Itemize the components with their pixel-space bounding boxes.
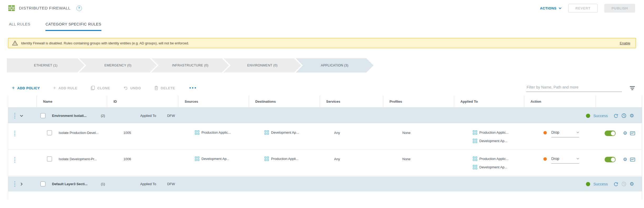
tab-all-rules[interactable]: ALL RULES [9, 22, 30, 31]
rule-settings-gear-icon[interactable]: ⚙ [623, 131, 627, 136]
chevron-down-icon [559, 7, 562, 9]
column-id: ID [107, 96, 178, 107]
category-breadcrumb: ETHERNET (1) EMERGENCY (0) INFRASTRUCTUR… [7, 58, 644, 72]
group-icon [195, 157, 199, 161]
filter-icon[interactable] [630, 85, 635, 91]
applied-to-group[interactable]: Production Applic... [479, 131, 508, 134]
policy-checkbox[interactable] [40, 113, 45, 118]
rule-statistics-icon[interactable] [630, 131, 635, 136]
category-environment[interactable]: ENVIRONMENT (0) [224, 58, 301, 72]
group-icon [195, 130, 199, 135]
firewall-icon [8, 4, 15, 12]
distributed-firewall-page: DISTRIBUTED FIREWALL ? ACTIONS REVERT PU… [0, 0, 644, 208]
rule-services[interactable]: Any [320, 130, 383, 135]
source-group[interactable]: Development Ap... [201, 157, 229, 161]
filter-input[interactable] [526, 84, 622, 92]
identity-firewall-warning-banner: Identity Firewall is disabled. Rules con… [8, 38, 636, 48]
applied-to-group[interactable]: Development Ap... [479, 165, 507, 169]
column-profiles: Profiles [383, 96, 454, 107]
destination-group[interactable]: Development Ap... [271, 131, 299, 134]
expand-chevron-icon[interactable] [19, 182, 24, 186]
policy-applied-to-label: Applied To [140, 114, 156, 118]
rule-services[interactable]: Any [320, 157, 383, 161]
policy-checkbox[interactable] [40, 181, 45, 186]
applied-to-group[interactable]: Production Applic... [479, 157, 508, 161]
more-actions-button[interactable]: ••• [189, 85, 197, 91]
drag-handle-icon[interactable] [14, 181, 15, 187]
clone-icon [91, 86, 95, 90]
rule-checkbox[interactable] [47, 130, 52, 135]
category-ethernet[interactable]: ETHERNET (1) [7, 58, 85, 72]
refresh-icon[interactable] [614, 113, 618, 118]
plus-icon: + [12, 86, 15, 90]
column-sources: Sources [178, 96, 249, 107]
refresh-icon[interactable] [614, 182, 618, 186]
action-select[interactable]: Drop [551, 130, 579, 137]
policy-name: Environment Isolati... [52, 114, 101, 118]
policy-row-environment-isolation: Environment Isolati... (2) Applied To DF… [8, 108, 642, 123]
gear-icon[interactable]: ⚙ [630, 113, 634, 118]
chevron-down-icon [577, 158, 579, 159]
group-icon [473, 157, 477, 161]
rule-settings-gear-icon[interactable]: ⚙ [623, 157, 627, 162]
page-title: DISTRIBUTED FIREWALL [19, 6, 71, 11]
rule-statistics-icon[interactable] [630, 157, 635, 162]
rule-profiles[interactable]: None [383, 157, 454, 161]
rule-row-isolate-development-production: Isolate Development-Pr... 1006 Developme… [8, 149, 642, 176]
category-application[interactable]: APPLICATION (3) [296, 58, 373, 72]
category-infrastructure[interactable]: INFRASTRUCTURE (0) [151, 58, 229, 72]
table-header-row: Name ID Sources Destinations Services Pr… [8, 96, 642, 108]
add-policy-button[interactable]: + ADD POLICY [12, 86, 40, 90]
group-icon [264, 157, 269, 161]
drag-handle-icon[interactable] [14, 131, 15, 136]
rule-id: 1006 [107, 157, 178, 161]
table-footer [8, 191, 642, 200]
column-action: Action [524, 96, 596, 107]
clock-icon[interactable] [621, 113, 626, 118]
destination-group[interactable]: Production Appli... [271, 157, 299, 161]
group-icon [264, 130, 269, 135]
rule-row-isolate-production-development: Isolate Production-Devel... 1005 Product… [8, 123, 642, 149]
group-icon [473, 165, 477, 169]
enable-link[interactable]: Enable [620, 41, 630, 45]
action-select[interactable]: Drop [551, 157, 579, 164]
drop-action-dot [543, 157, 547, 161]
drag-handle-icon[interactable] [14, 157, 15, 163]
policy-rule-count: (1) [101, 182, 110, 186]
policy-applied-to-value[interactable]: DFW [167, 182, 175, 186]
rule-enabled-toggle[interactable] [605, 157, 616, 162]
collapse-chevron-icon[interactable] [19, 114, 24, 118]
rule-enabled-toggle[interactable] [605, 131, 616, 136]
drop-action-dot [543, 131, 547, 134]
publish-button[interactable]: PUBLISH [604, 4, 635, 13]
gear-icon[interactable]: ⚙ [630, 181, 634, 186]
policy-applied-to-value[interactable]: DFW [167, 114, 175, 118]
chevron-down-icon [577, 132, 579, 133]
rule-checkbox[interactable] [47, 157, 52, 162]
help-icon[interactable]: ? [76, 6, 82, 11]
rule-name: Isolate Production-Devel... [59, 130, 98, 135]
source-group[interactable]: Production Applic... [201, 131, 231, 134]
delete-button[interactable]: DELETE [154, 86, 175, 90]
clone-button[interactable]: CLONE [91, 86, 110, 90]
applied-to-group[interactable]: Development Ap... [479, 139, 507, 143]
policy-applied-to-label: Applied To [140, 182, 156, 186]
column-controls [8, 96, 37, 107]
warning-message: Identity Firewall is disabled. Rules con… [21, 41, 189, 45]
category-emergency[interactable]: EMERGENCY (0) [79, 58, 157, 72]
status-label: Success [593, 114, 608, 118]
undo-button[interactable]: UNDO [123, 86, 141, 90]
success-status-icon [586, 114, 590, 118]
status-label: Success [593, 182, 608, 186]
warning-icon [12, 40, 18, 46]
actions-menu-button[interactable]: ACTIONS [540, 6, 562, 10]
undo-icon [123, 86, 128, 90]
clock-icon-disabled[interactable] [621, 181, 626, 186]
policy-name: Default Layer3 Secti... [52, 182, 101, 186]
tab-category-specific-rules[interactable]: CATEGORY SPECIFIC RULES [45, 22, 101, 31]
drag-handle-icon[interactable] [14, 113, 15, 118]
rule-profiles[interactable]: None [383, 130, 454, 135]
add-rule-button[interactable]: + ADD RULE [53, 86, 77, 90]
revert-button[interactable]: REVERT [568, 4, 598, 13]
column-destinations: Destinations [249, 96, 320, 107]
